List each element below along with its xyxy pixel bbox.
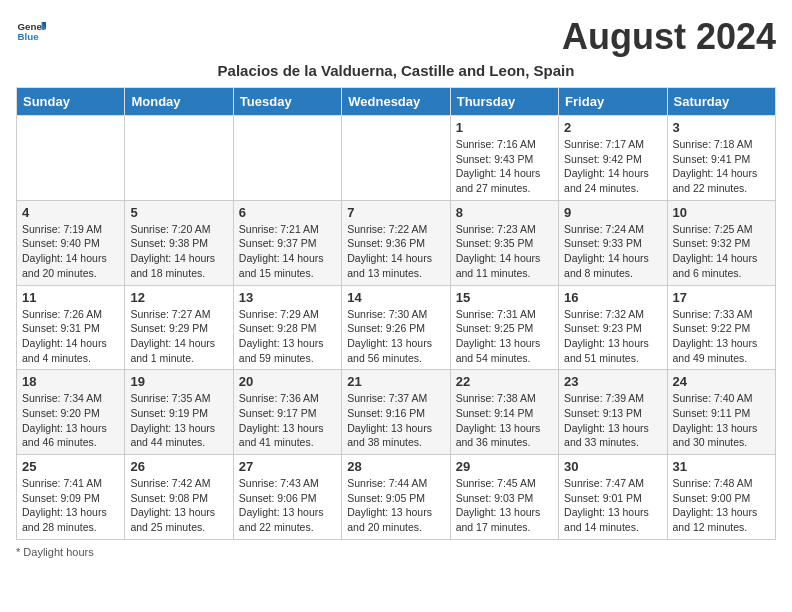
calendar-cell: 13Sunrise: 7:29 AMSunset: 9:28 PMDayligh…	[233, 285, 341, 370]
day-number: 29	[456, 459, 553, 474]
day-number: 12	[130, 290, 227, 305]
calendar-cell: 5Sunrise: 7:20 AMSunset: 9:38 PMDaylight…	[125, 200, 233, 285]
day-info: Sunrise: 7:37 AMSunset: 9:16 PMDaylight:…	[347, 391, 444, 450]
calendar-cell: 18Sunrise: 7:34 AMSunset: 9:20 PMDayligh…	[17, 370, 125, 455]
day-number: 3	[673, 120, 770, 135]
day-number: 1	[456, 120, 553, 135]
calendar-cell: 17Sunrise: 7:33 AMSunset: 9:22 PMDayligh…	[667, 285, 775, 370]
calendar-cell	[342, 116, 450, 201]
day-number: 21	[347, 374, 444, 389]
day-info: Sunrise: 7:43 AMSunset: 9:06 PMDaylight:…	[239, 476, 336, 535]
day-info: Sunrise: 7:34 AMSunset: 9:20 PMDaylight:…	[22, 391, 119, 450]
calendar-cell: 24Sunrise: 7:40 AMSunset: 9:11 PMDayligh…	[667, 370, 775, 455]
header-cell-tuesday: Tuesday	[233, 88, 341, 116]
calendar-week-2: 11Sunrise: 7:26 AMSunset: 9:31 PMDayligh…	[17, 285, 776, 370]
day-number: 16	[564, 290, 661, 305]
calendar-cell: 2Sunrise: 7:17 AMSunset: 9:42 PMDaylight…	[559, 116, 667, 201]
day-info: Sunrise: 7:18 AMSunset: 9:41 PMDaylight:…	[673, 137, 770, 196]
day-number: 15	[456, 290, 553, 305]
day-info: Sunrise: 7:16 AMSunset: 9:43 PMDaylight:…	[456, 137, 553, 196]
svg-text:Blue: Blue	[18, 31, 40, 42]
day-info: Sunrise: 7:35 AMSunset: 9:19 PMDaylight:…	[130, 391, 227, 450]
calendar-cell: 11Sunrise: 7:26 AMSunset: 9:31 PMDayligh…	[17, 285, 125, 370]
day-info: Sunrise: 7:44 AMSunset: 9:05 PMDaylight:…	[347, 476, 444, 535]
calendar-cell	[125, 116, 233, 201]
calendar-cell: 27Sunrise: 7:43 AMSunset: 9:06 PMDayligh…	[233, 455, 341, 540]
header-cell-saturday: Saturday	[667, 88, 775, 116]
calendar-week-3: 18Sunrise: 7:34 AMSunset: 9:20 PMDayligh…	[17, 370, 776, 455]
day-info: Sunrise: 7:42 AMSunset: 9:08 PMDaylight:…	[130, 476, 227, 535]
day-info: Sunrise: 7:31 AMSunset: 9:25 PMDaylight:…	[456, 307, 553, 366]
day-info: Sunrise: 7:45 AMSunset: 9:03 PMDaylight:…	[456, 476, 553, 535]
day-info: Sunrise: 7:47 AMSunset: 9:01 PMDaylight:…	[564, 476, 661, 535]
calendar-cell: 14Sunrise: 7:30 AMSunset: 9:26 PMDayligh…	[342, 285, 450, 370]
calendar-cell: 16Sunrise: 7:32 AMSunset: 9:23 PMDayligh…	[559, 285, 667, 370]
calendar-cell: 6Sunrise: 7:21 AMSunset: 9:37 PMDaylight…	[233, 200, 341, 285]
day-number: 11	[22, 290, 119, 305]
calendar-cell: 10Sunrise: 7:25 AMSunset: 9:32 PMDayligh…	[667, 200, 775, 285]
day-number: 5	[130, 205, 227, 220]
calendar-cell: 20Sunrise: 7:36 AMSunset: 9:17 PMDayligh…	[233, 370, 341, 455]
day-number: 8	[456, 205, 553, 220]
day-number: 31	[673, 459, 770, 474]
day-number: 10	[673, 205, 770, 220]
calendar-title: August 2024	[562, 16, 776, 58]
day-number: 30	[564, 459, 661, 474]
calendar-table: SundayMondayTuesdayWednesdayThursdayFrid…	[16, 87, 776, 540]
day-info: Sunrise: 7:33 AMSunset: 9:22 PMDaylight:…	[673, 307, 770, 366]
day-info: Sunrise: 7:36 AMSunset: 9:17 PMDaylight:…	[239, 391, 336, 450]
header-cell-wednesday: Wednesday	[342, 88, 450, 116]
day-number: 24	[673, 374, 770, 389]
header-cell-sunday: Sunday	[17, 88, 125, 116]
calendar-cell: 19Sunrise: 7:35 AMSunset: 9:19 PMDayligh…	[125, 370, 233, 455]
calendar-cell: 31Sunrise: 7:48 AMSunset: 9:00 PMDayligh…	[667, 455, 775, 540]
header-cell-friday: Friday	[559, 88, 667, 116]
calendar-cell: 4Sunrise: 7:19 AMSunset: 9:40 PMDaylight…	[17, 200, 125, 285]
day-number: 9	[564, 205, 661, 220]
footer-note: * Daylight hours	[16, 546, 776, 558]
calendar-cell: 9Sunrise: 7:24 AMSunset: 9:33 PMDaylight…	[559, 200, 667, 285]
calendar-week-1: 4Sunrise: 7:19 AMSunset: 9:40 PMDaylight…	[17, 200, 776, 285]
day-info: Sunrise: 7:48 AMSunset: 9:00 PMDaylight:…	[673, 476, 770, 535]
subtitle: Palacios de la Valduerna, Castille and L…	[16, 62, 776, 79]
day-number: 14	[347, 290, 444, 305]
calendar-cell: 28Sunrise: 7:44 AMSunset: 9:05 PMDayligh…	[342, 455, 450, 540]
calendar-cell: 7Sunrise: 7:22 AMSunset: 9:36 PMDaylight…	[342, 200, 450, 285]
day-number: 6	[239, 205, 336, 220]
calendar-cell: 1Sunrise: 7:16 AMSunset: 9:43 PMDaylight…	[450, 116, 558, 201]
header: General Blue August 2024	[16, 16, 776, 58]
calendar-cell: 22Sunrise: 7:38 AMSunset: 9:14 PMDayligh…	[450, 370, 558, 455]
calendar-cell: 8Sunrise: 7:23 AMSunset: 9:35 PMDaylight…	[450, 200, 558, 285]
day-info: Sunrise: 7:32 AMSunset: 9:23 PMDaylight:…	[564, 307, 661, 366]
header-cell-thursday: Thursday	[450, 88, 558, 116]
calendar-cell: 30Sunrise: 7:47 AMSunset: 9:01 PMDayligh…	[559, 455, 667, 540]
day-number: 23	[564, 374, 661, 389]
header-row: SundayMondayTuesdayWednesdayThursdayFrid…	[17, 88, 776, 116]
calendar-cell: 3Sunrise: 7:18 AMSunset: 9:41 PMDaylight…	[667, 116, 775, 201]
day-number: 18	[22, 374, 119, 389]
day-number: 27	[239, 459, 336, 474]
calendar-cell: 15Sunrise: 7:31 AMSunset: 9:25 PMDayligh…	[450, 285, 558, 370]
calendar-cell: 23Sunrise: 7:39 AMSunset: 9:13 PMDayligh…	[559, 370, 667, 455]
day-info: Sunrise: 7:29 AMSunset: 9:28 PMDaylight:…	[239, 307, 336, 366]
calendar-cell: 12Sunrise: 7:27 AMSunset: 9:29 PMDayligh…	[125, 285, 233, 370]
day-info: Sunrise: 7:30 AMSunset: 9:26 PMDaylight:…	[347, 307, 444, 366]
day-info: Sunrise: 7:26 AMSunset: 9:31 PMDaylight:…	[22, 307, 119, 366]
calendar-cell	[17, 116, 125, 201]
day-info: Sunrise: 7:41 AMSunset: 9:09 PMDaylight:…	[22, 476, 119, 535]
day-info: Sunrise: 7:24 AMSunset: 9:33 PMDaylight:…	[564, 222, 661, 281]
logo-icon: General Blue	[16, 16, 46, 46]
day-info: Sunrise: 7:38 AMSunset: 9:14 PMDaylight:…	[456, 391, 553, 450]
day-number: 28	[347, 459, 444, 474]
day-info: Sunrise: 7:21 AMSunset: 9:37 PMDaylight:…	[239, 222, 336, 281]
day-number: 2	[564, 120, 661, 135]
day-info: Sunrise: 7:40 AMSunset: 9:11 PMDaylight:…	[673, 391, 770, 450]
day-number: 7	[347, 205, 444, 220]
calendar-cell	[233, 116, 341, 201]
logo: General Blue	[16, 16, 46, 46]
day-number: 13	[239, 290, 336, 305]
day-number: 19	[130, 374, 227, 389]
calendar-header: SundayMondayTuesdayWednesdayThursdayFrid…	[17, 88, 776, 116]
day-info: Sunrise: 7:39 AMSunset: 9:13 PMDaylight:…	[564, 391, 661, 450]
day-info: Sunrise: 7:17 AMSunset: 9:42 PMDaylight:…	[564, 137, 661, 196]
